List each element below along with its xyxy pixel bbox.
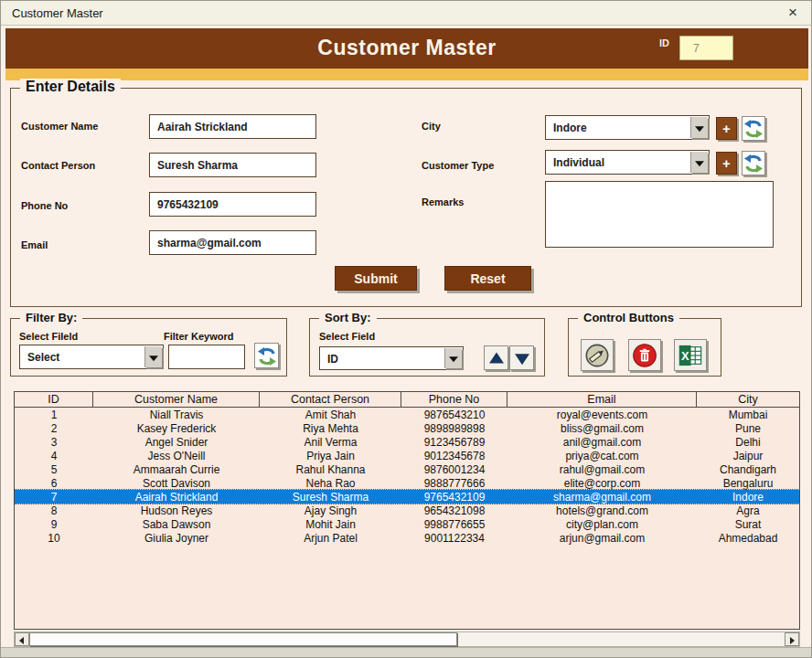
excel-export-icon: X	[678, 343, 703, 368]
window-bottom-edge	[1, 647, 811, 657]
table-cell: sharma@gmail.com	[508, 490, 697, 504]
submit-button[interactable]: Submit	[335, 266, 417, 291]
scroll-left-button[interactable]	[15, 632, 29, 646]
header-banner: Customer Master ID 7	[5, 28, 808, 69]
filter-field-label: Select FiIeld	[19, 331, 78, 342]
refresh-customer-type-button[interactable]	[742, 151, 765, 175]
table-cell: Jaipur	[697, 449, 799, 462]
contact-person-input[interactable]	[149, 153, 316, 177]
table-cell: 2	[15, 421, 93, 435]
table-cell: Kasey Frederick	[93, 421, 260, 435]
chevron-down-icon	[695, 126, 704, 132]
sort-field-label: Select Field	[319, 331, 375, 342]
email-input[interactable]	[149, 230, 316, 255]
table-row[interactable]: 3Angel SniderAnil Verma9123456789anil@gm…	[15, 435, 799, 449]
table-cell: 9012345678	[401, 449, 508, 462]
customer-type-dropdown[interactable]: Individual	[545, 150, 710, 175]
remarks-label: Remarks	[422, 196, 464, 207]
gold-divider	[5, 69, 808, 80]
table-cell: 5	[15, 462, 93, 476]
sync-icon	[743, 118, 764, 140]
table-cell: 8	[15, 504, 93, 517]
phone-label: Phone No	[21, 200, 68, 211]
id-field[interactable]: 7	[679, 36, 733, 60]
table-cell: 4	[15, 449, 93, 462]
arrow-left-icon	[19, 637, 24, 644]
chevron-down-icon	[449, 356, 458, 362]
table-cell: Delhi	[697, 435, 799, 449]
customer-table-body: 1Niall TravisAmit Shah9876543210royal@ev…	[15, 408, 799, 545]
add-city-button[interactable]: +	[716, 117, 737, 140]
table-row[interactable]: 8Hudson ReyesAjay Singh9654321098hotels@…	[15, 504, 799, 517]
sort-field-dropdown-button[interactable]	[444, 348, 462, 368]
apply-filter-button[interactable]	[254, 343, 279, 368]
table-row[interactable]: 6Scott DavisonNeha Rao9888777666elite@co…	[15, 476, 799, 490]
table-row[interactable]: 10Giulia JoynerArjun Patel9001122334arju…	[15, 531, 799, 545]
table-cell: Saba Dawson	[93, 517, 260, 531]
scrollbar-thumb[interactable]	[29, 632, 457, 646]
sync-icon	[256, 345, 278, 367]
table-cell: 9888777666	[401, 476, 508, 490]
chevron-down-icon	[149, 356, 158, 361]
customer-type-dropdown-button[interactable]	[690, 152, 708, 173]
table-cell: Surat	[697, 517, 799, 531]
scroll-right-button[interactable]	[785, 632, 799, 646]
filter-keyword-input[interactable]	[168, 345, 245, 369]
table-cell: Riya Mehta	[260, 421, 401, 435]
sort-descending-button[interactable]	[509, 345, 534, 370]
filter-field-dropdown[interactable]: Select	[19, 345, 164, 369]
title-bar: Customer Master ×	[1, 1, 811, 26]
close-icon[interactable]: ×	[782, 3, 804, 23]
reset-button[interactable]: Reset	[444, 266, 531, 291]
table-row[interactable]: 2Kasey FrederickRiya Mehta9898989898blis…	[15, 421, 799, 435]
sort-field-dropdown[interactable]: ID	[319, 346, 464, 370]
table-cell: Arjun Patel	[260, 531, 401, 545]
table-cell: priya@cat.com	[508, 449, 697, 462]
customer-master-window: Customer Master × Customer Master ID 7 E…	[0, 0, 812, 658]
city-dropdown[interactable]: Indore	[545, 115, 710, 140]
refresh-city-button[interactable]	[742, 116, 765, 141]
city-dropdown-button[interactable]	[690, 117, 708, 138]
table-cell: anil@gmail.com	[508, 435, 697, 449]
delete-icon	[632, 343, 657, 368]
table-cell: Rahul Khanna	[260, 462, 401, 476]
table-cell: Giulia Joyner	[93, 531, 260, 545]
table-cell: Bengaluru	[697, 476, 799, 490]
table-row[interactable]: 9Saba DawsonMohit Jain9988776655city@pla…	[15, 517, 799, 531]
id-label: ID	[659, 37, 669, 48]
customer-name-input[interactable]	[149, 114, 316, 139]
table-row[interactable]: 1Niall TravisAmit Shah9876543210royal@ev…	[15, 408, 799, 421]
table-row[interactable]: 7Aairah StricklandSuresh Sharma976543210…	[15, 490, 799, 504]
table-cell: bliss@gmail.com	[508, 421, 697, 435]
edit-button[interactable]	[581, 339, 614, 371]
table-cell: Neha Rao	[260, 476, 401, 490]
svg-text:X: X	[681, 348, 689, 362]
table-cell: Hudson Reyes	[93, 504, 260, 517]
table-cell: Mohit Jain	[260, 517, 401, 531]
table-cell: city@plan.com	[508, 517, 697, 531]
export-excel-button[interactable]: X	[674, 339, 707, 371]
table-header-cell: City	[697, 392, 799, 407]
table-cell: Ahmedabad	[697, 531, 799, 545]
table-cell: Jess O'Neill	[93, 449, 260, 462]
sync-icon	[743, 153, 764, 175]
filter-field-dropdown-button[interactable]	[144, 346, 162, 367]
table-cell: 9	[15, 517, 93, 531]
table-header-cell: Phone No	[401, 392, 508, 407]
horizontal-scrollbar[interactable]	[14, 631, 800, 647]
table-row[interactable]: 4Jess O'NeillPriya Jain9012345678priya@c…	[15, 449, 799, 462]
table-cell: arjun@gmail.com	[508, 531, 697, 545]
phone-input[interactable]	[149, 192, 316, 217]
customer-type-value: Individual	[553, 156, 604, 169]
table-cell: Angel Snider	[93, 435, 260, 449]
table-cell: Anil Verma	[260, 435, 401, 449]
remarks-textarea[interactable]	[545, 181, 774, 248]
table-cell: Ajay Singh	[260, 504, 401, 517]
table-cell: 10	[15, 531, 93, 545]
table-cell: rahul@gmail.com	[508, 462, 697, 476]
add-customer-type-button[interactable]: +	[716, 152, 737, 175]
table-row[interactable]: 5Ammaarah CurrieRahul Khanna9876001234ra…	[15, 462, 799, 476]
sort-ascending-button[interactable]	[484, 345, 508, 370]
delete-button[interactable]	[628, 339, 661, 371]
table-cell: Niall Travis	[93, 408, 260, 421]
